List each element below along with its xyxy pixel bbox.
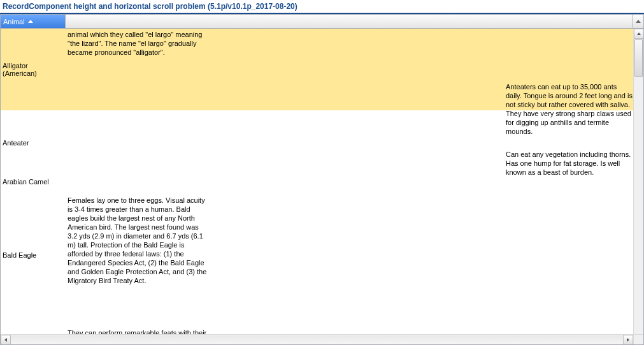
cell-description: animal which they called "el largo" mean… [66,29,212,110]
chevron-up-icon [637,33,641,35]
grid-viewport[interactable]: Alligator (American) animal which they c… [1,29,633,334]
cell-animal: Anteater [1,110,66,175]
column-header-animal[interactable]: Animal [1,15,66,28]
chevron-left-icon [4,338,7,342]
grid-scroll-top-button[interactable] [633,15,643,28]
sort-ascending-icon [28,20,33,23]
horizontal-scrollbar[interactable] [1,334,633,344]
grid-body: Alligator (American) animal which they c… [1,29,643,344]
cell-animal: Bald Eagle [1,188,66,322]
page-title: RecordComponent height and horizontal sc… [0,0,644,14]
column-header-blank[interactable] [66,15,633,28]
table-row[interactable]: Arabian Camel [1,175,633,188]
scroll-track[interactable] [11,335,623,344]
table-row[interactable]: They can perform remarkable feats with t… [1,322,633,334]
grid-header: Animal [1,15,643,29]
cell-animal: Alligator (American) [1,29,66,110]
scroll-corner [633,334,643,344]
column-header-label: Animal [3,18,25,26]
chevron-up-icon [636,20,641,23]
cell-description: Anteaters can eat up to 35,000 ants dail… [506,82,633,136]
scroll-right-button[interactable] [623,335,633,344]
chevron-right-icon [627,338,629,342]
scroll-up-button[interactable] [634,29,643,39]
cell-description: They can perform remarkable feats with t… [66,322,212,334]
scroll-thumb[interactable] [634,39,643,77]
table-row[interactable]: Bald Eagle Females lay one to three eggs… [1,188,633,322]
vertical-scrollbar[interactable] [633,29,643,334]
cell-animal: Arabian Camel [1,175,66,188]
cell-animal [1,322,66,334]
cell-description: Can eat any vegetation including thorns.… [506,150,633,177]
cell-description: Females lay one to three eggs. Visual ac… [66,188,212,322]
scroll-left-button[interactable] [1,335,11,344]
list-grid: Animal Alligator (American) animal which… [0,14,644,345]
